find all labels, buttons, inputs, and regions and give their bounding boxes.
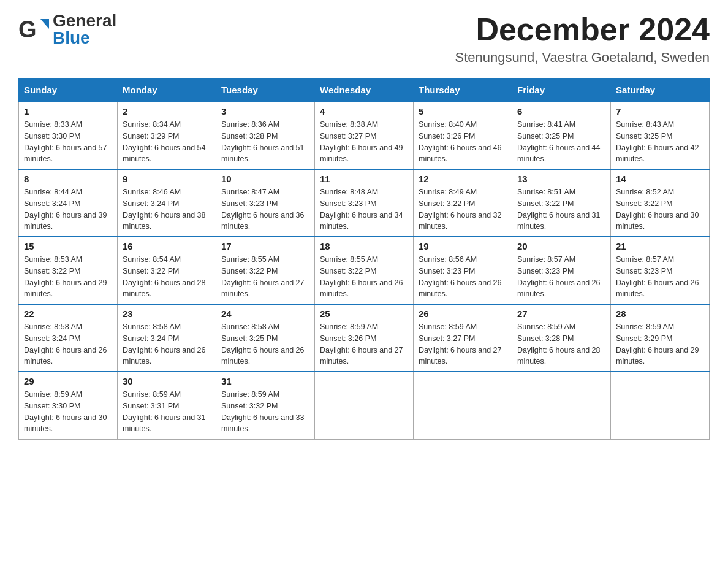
weekday-header-row: SundayMondayTuesdayWednesdayThursdayFrid… bbox=[19, 79, 710, 102]
day-info: Sunrise: 8:51 AMSunset: 3:22 PMDaylight:… bbox=[517, 188, 601, 231]
logo-text: General Blue bbox=[53, 12, 116, 47]
day-info: Sunrise: 8:49 AMSunset: 3:22 PMDaylight:… bbox=[419, 188, 502, 231]
calendar-cell: 14 Sunrise: 8:52 AMSunset: 3:22 PMDaylig… bbox=[611, 169, 710, 237]
day-info: Sunrise: 8:59 AMSunset: 3:26 PMDaylight:… bbox=[320, 323, 403, 366]
day-number: 31 bbox=[221, 376, 309, 386]
day-info: Sunrise: 8:36 AMSunset: 3:28 PMDaylight:… bbox=[221, 120, 305, 163]
day-number: 22 bbox=[24, 308, 112, 319]
day-info: Sunrise: 8:56 AMSunset: 3:23 PMDaylight:… bbox=[419, 255, 502, 298]
day-info: Sunrise: 8:34 AMSunset: 3:29 PMDaylight:… bbox=[123, 120, 206, 163]
calendar-cell: 24 Sunrise: 8:58 AMSunset: 3:25 PMDaylig… bbox=[216, 304, 315, 372]
calendar-cell: 2 Sunrise: 8:34 AMSunset: 3:29 PMDayligh… bbox=[118, 102, 216, 169]
day-info: Sunrise: 8:55 AMSunset: 3:22 PMDaylight:… bbox=[320, 255, 403, 298]
day-info: Sunrise: 8:48 AMSunset: 3:23 PMDaylight:… bbox=[320, 188, 403, 231]
calendar-cell: 10 Sunrise: 8:47 AMSunset: 3:23 PMDaylig… bbox=[216, 169, 315, 237]
calendar-cell: 8 Sunrise: 8:44 AMSunset: 3:24 PMDayligh… bbox=[19, 169, 118, 237]
calendar-cell: 20 Sunrise: 8:57 AMSunset: 3:23 PMDaylig… bbox=[512, 237, 611, 304]
day-number: 23 bbox=[123, 308, 211, 319]
day-number: 13 bbox=[517, 174, 605, 184]
day-number: 4 bbox=[320, 106, 408, 117]
calendar-cell: 22 Sunrise: 8:58 AMSunset: 3:24 PMDaylig… bbox=[19, 304, 118, 372]
calendar-cell: 9 Sunrise: 8:46 AMSunset: 3:24 PMDayligh… bbox=[118, 169, 216, 237]
day-number: 27 bbox=[517, 308, 605, 319]
day-info: Sunrise: 8:33 AMSunset: 3:30 PMDaylight:… bbox=[24, 120, 107, 163]
day-number: 29 bbox=[24, 376, 112, 386]
weekday-header-saturday: Saturday bbox=[611, 79, 710, 102]
calendar-cell: 6 Sunrise: 8:41 AMSunset: 3:25 PMDayligh… bbox=[512, 102, 611, 169]
day-number: 11 bbox=[320, 174, 408, 184]
day-number: 26 bbox=[419, 308, 507, 319]
day-number: 24 bbox=[221, 308, 309, 319]
day-number: 3 bbox=[221, 106, 309, 117]
svg-marker-1 bbox=[40, 19, 49, 29]
calendar-cell: 3 Sunrise: 8:36 AMSunset: 3:28 PMDayligh… bbox=[216, 102, 315, 169]
logo-blue-text: Blue bbox=[53, 29, 116, 47]
day-number: 16 bbox=[123, 241, 211, 251]
calendar-cell: 11 Sunrise: 8:48 AMSunset: 3:23 PMDaylig… bbox=[315, 169, 414, 237]
day-info: Sunrise: 8:59 AMSunset: 3:31 PMDaylight:… bbox=[123, 390, 206, 433]
day-number: 19 bbox=[419, 241, 507, 251]
title-section: December 2024 Stenungsund, Vaestra Goeta… bbox=[455, 12, 710, 66]
day-number: 9 bbox=[123, 174, 211, 184]
calendar-cell: 28 Sunrise: 8:59 AMSunset: 3:29 PMDaylig… bbox=[611, 304, 710, 372]
day-info: Sunrise: 8:59 AMSunset: 3:29 PMDaylight:… bbox=[616, 323, 699, 366]
calendar-cell bbox=[512, 372, 611, 439]
day-info: Sunrise: 8:55 AMSunset: 3:22 PMDaylight:… bbox=[221, 255, 305, 298]
day-number: 28 bbox=[616, 308, 704, 319]
day-info: Sunrise: 8:58 AMSunset: 3:24 PMDaylight:… bbox=[123, 323, 206, 366]
weekday-header-tuesday: Tuesday bbox=[216, 79, 315, 102]
day-info: Sunrise: 8:59 AMSunset: 3:30 PMDaylight:… bbox=[24, 390, 107, 433]
calendar-cell: 18 Sunrise: 8:55 AMSunset: 3:22 PMDaylig… bbox=[315, 237, 414, 304]
calendar-table: SundayMondayTuesdayWednesdayThursdayFrid… bbox=[18, 78, 710, 440]
calendar-week-row: 15 Sunrise: 8:53 AMSunset: 3:22 PMDaylig… bbox=[19, 237, 710, 304]
calendar-cell bbox=[315, 372, 414, 439]
day-number: 2 bbox=[123, 106, 211, 117]
weekday-header-sunday: Sunday bbox=[19, 79, 118, 102]
day-number: 1 bbox=[24, 106, 112, 117]
day-info: Sunrise: 8:57 AMSunset: 3:23 PMDaylight:… bbox=[517, 255, 601, 298]
day-number: 8 bbox=[24, 174, 112, 184]
month-title: December 2024 bbox=[455, 12, 710, 47]
calendar-cell: 5 Sunrise: 8:40 AMSunset: 3:26 PMDayligh… bbox=[414, 102, 512, 169]
day-info: Sunrise: 8:40 AMSunset: 3:26 PMDaylight:… bbox=[419, 120, 502, 163]
day-info: Sunrise: 8:59 AMSunset: 3:28 PMDaylight:… bbox=[517, 323, 601, 366]
day-info: Sunrise: 8:54 AMSunset: 3:22 PMDaylight:… bbox=[123, 255, 206, 298]
day-number: 17 bbox=[221, 241, 309, 251]
calendar-cell: 26 Sunrise: 8:59 AMSunset: 3:27 PMDaylig… bbox=[414, 304, 512, 372]
calendar-cell: 12 Sunrise: 8:49 AMSunset: 3:22 PMDaylig… bbox=[414, 169, 512, 237]
weekday-header-wednesday: Wednesday bbox=[315, 79, 414, 102]
calendar-cell: 7 Sunrise: 8:43 AMSunset: 3:25 PMDayligh… bbox=[611, 102, 710, 169]
calendar-cell: 15 Sunrise: 8:53 AMSunset: 3:22 PMDaylig… bbox=[19, 237, 118, 304]
day-number: 18 bbox=[320, 241, 408, 251]
day-info: Sunrise: 8:43 AMSunset: 3:25 PMDaylight:… bbox=[616, 120, 699, 163]
calendar-cell bbox=[414, 372, 512, 439]
calendar-cell: 13 Sunrise: 8:51 AMSunset: 3:22 PMDaylig… bbox=[512, 169, 611, 237]
weekday-header-thursday: Thursday bbox=[414, 79, 512, 102]
day-info: Sunrise: 8:38 AMSunset: 3:27 PMDaylight:… bbox=[320, 120, 403, 163]
day-info: Sunrise: 8:52 AMSunset: 3:22 PMDaylight:… bbox=[616, 188, 699, 231]
day-number: 25 bbox=[320, 308, 408, 319]
day-number: 14 bbox=[616, 174, 704, 184]
day-number: 20 bbox=[517, 241, 605, 251]
day-number: 15 bbox=[24, 241, 112, 251]
calendar-cell: 17 Sunrise: 8:55 AMSunset: 3:22 PMDaylig… bbox=[216, 237, 315, 304]
day-info: Sunrise: 8:58 AMSunset: 3:24 PMDaylight:… bbox=[24, 323, 107, 366]
day-info: Sunrise: 8:47 AMSunset: 3:23 PMDaylight:… bbox=[221, 188, 305, 231]
day-number: 5 bbox=[419, 106, 507, 117]
logo-general-text: General bbox=[53, 12, 116, 29]
logo: G General Blue bbox=[18, 12, 116, 47]
day-number: 7 bbox=[616, 106, 704, 117]
calendar-cell: 21 Sunrise: 8:57 AMSunset: 3:23 PMDaylig… bbox=[611, 237, 710, 304]
day-info: Sunrise: 8:46 AMSunset: 3:24 PMDaylight:… bbox=[123, 188, 206, 231]
day-info: Sunrise: 8:59 AMSunset: 3:27 PMDaylight:… bbox=[419, 323, 502, 366]
logo-icon: G bbox=[18, 14, 49, 45]
calendar-cell: 29 Sunrise: 8:59 AMSunset: 3:30 PMDaylig… bbox=[19, 372, 118, 439]
day-info: Sunrise: 8:53 AMSunset: 3:22 PMDaylight:… bbox=[24, 255, 107, 298]
calendar-cell: 16 Sunrise: 8:54 AMSunset: 3:22 PMDaylig… bbox=[118, 237, 216, 304]
day-info: Sunrise: 8:59 AMSunset: 3:32 PMDaylight:… bbox=[221, 390, 305, 433]
day-number: 12 bbox=[419, 174, 507, 184]
day-info: Sunrise: 8:41 AMSunset: 3:25 PMDaylight:… bbox=[517, 120, 601, 163]
calendar-week-row: 22 Sunrise: 8:58 AMSunset: 3:24 PMDaylig… bbox=[19, 304, 710, 372]
calendar-cell: 23 Sunrise: 8:58 AMSunset: 3:24 PMDaylig… bbox=[118, 304, 216, 372]
day-info: Sunrise: 8:58 AMSunset: 3:25 PMDaylight:… bbox=[221, 323, 305, 366]
